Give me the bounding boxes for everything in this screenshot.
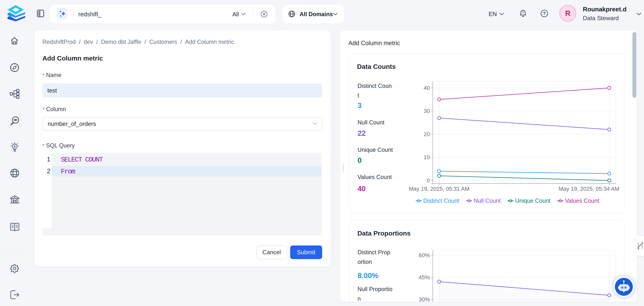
svg-text:May 19, 2025, 05:31 AM: May 19, 2025, 05:31 AM (409, 186, 470, 192)
svg-text:10: 10 (424, 154, 430, 160)
svg-text:?: ? (543, 11, 546, 16)
svg-text:0: 0 (427, 177, 430, 183)
svg-text:30%: 30% (419, 296, 430, 302)
svg-text:May 19, 2025, 05:34 AM: May 19, 2025, 05:34 AM (559, 186, 619, 192)
svg-text:30: 30 (424, 108, 430, 114)
svg-text:60%: 60% (419, 252, 430, 258)
svg-text:20: 20 (424, 131, 430, 137)
svg-text:45%: 45% (419, 274, 430, 280)
svg-text:40: 40 (424, 85, 430, 91)
